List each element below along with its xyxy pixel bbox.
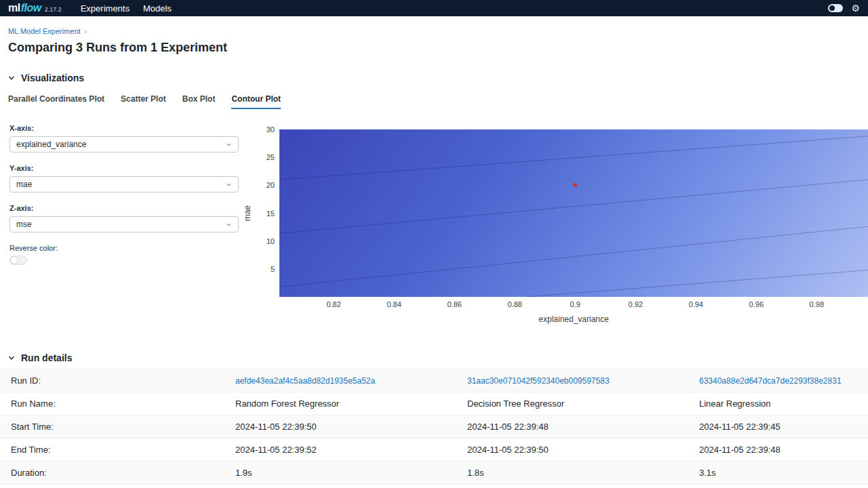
theme-toggle[interactable] <box>828 4 843 12</box>
start-time-value: 2024-11-05 22:39:48 <box>467 422 699 432</box>
run-id-link[interactable]: aefde43ea2af4c5aa8d82d1935e5a52a <box>235 376 375 386</box>
row-label: Start Time: <box>0 422 235 432</box>
start-time-value: 2024-11-05 22:39:45 <box>699 422 868 432</box>
table-row-end-time: End Time: 2024-11-05 22:39:52 2024-11-05… <box>0 439 868 462</box>
version-label: 2.17.2 <box>45 6 62 13</box>
chevron-down-icon <box>8 75 15 81</box>
tab-box-plot[interactable]: Box Plot <box>182 94 216 109</box>
run-name-value: Random Forest Regressor <box>235 399 467 409</box>
axis-controls: X-axis: explained_variance Y-axis: mae <box>9 116 239 324</box>
top-navbar: ml flow 2.17.2 Experiments Models ⚙ <box>0 0 868 16</box>
duration-value: 1.8s <box>467 468 699 478</box>
run-data-point[interactable] <box>573 183 577 187</box>
y-axis-select[interactable]: mae <box>9 176 239 192</box>
duration-value: 1.9s <box>235 468 467 478</box>
x-axis-selected-value: explained_variance <box>16 140 86 149</box>
plot-type-tabs: Parallel Coordinates Plot Scatter Plot B… <box>8 94 868 109</box>
logo-ml: ml <box>8 2 20 14</box>
x-axis-title: explained_variance <box>279 314 868 324</box>
breadcrumb-separator: › <box>85 27 87 35</box>
end-time-value: 2024-11-05 22:39:50 <box>467 445 699 455</box>
x-tick-label: 0.86 <box>447 300 461 308</box>
nav-item-models[interactable]: Models <box>143 3 172 14</box>
x-tick-label: 0.94 <box>689 300 703 308</box>
table-row-run-name: Run Name: Random Forest Regressor Decisi… <box>0 392 868 415</box>
x-axis-label: X-axis: <box>9 124 239 132</box>
run-details-section-header[interactable]: Run details <box>8 352 868 363</box>
tab-parallel-coordinates-plot[interactable]: Parallel Coordinates Plot <box>8 94 104 109</box>
x-tick-label: 0.9 <box>570 300 580 308</box>
row-label: End Time: <box>0 445 235 455</box>
table-row-start-time: Start Time: 2024-11-05 22:39:50 2024-11-… <box>0 415 868 439</box>
chevron-down-icon <box>226 182 232 188</box>
chevron-down-icon <box>8 354 15 361</box>
run-name-value: Decision Tree Regressor <box>467 399 699 409</box>
row-label: Run Name: <box>0 399 235 409</box>
contour-plot-area: mae 30252015105 0.820.840.860.880.90.920… <box>239 129 868 324</box>
x-axis-select[interactable]: explained_variance <box>9 136 239 152</box>
chevron-down-icon <box>226 142 232 148</box>
reverse-color-label: Reverse color: <box>9 244 239 252</box>
x-tick-label: 0.96 <box>749 300 764 308</box>
z-axis-label: Z-axis: <box>9 204 239 212</box>
row-label: Duration: <box>0 468 235 478</box>
y-axis-label: Y-axis: <box>9 164 239 172</box>
y-tick-label: 15 <box>267 209 275 218</box>
y-tick-label: 10 <box>267 237 275 245</box>
run-id-link[interactable]: 63340a88e2d647dca7de2293f38e2831 <box>699 376 842 386</box>
x-tick-label: 0.82 <box>326 300 340 308</box>
gear-icon[interactable]: ⚙ <box>851 3 860 13</box>
run-name-value: Linear Regression <box>699 399 868 409</box>
x-tick-label: 0.88 <box>507 300 521 308</box>
chevron-down-icon <box>226 222 232 228</box>
end-time-value: 2024-11-05 22:39:52 <box>235 445 467 455</box>
x-tick-label: 0.98 <box>810 300 824 308</box>
end-time-value: 2024-11-05 22:39:48 <box>699 445 868 455</box>
z-axis-select[interactable]: mse <box>9 216 239 232</box>
z-axis-selected-value: mse <box>16 220 32 229</box>
table-row-run-id: Run ID: aefde43ea2af4c5aa8d82d1935e5a52a… <box>0 369 868 392</box>
mlflow-logo[interactable]: ml flow 2.17.2 <box>8 2 62 14</box>
y-tick-label: 30 <box>267 125 275 134</box>
tab-scatter-plot[interactable]: Scatter Plot <box>121 94 166 109</box>
y-tick-label: 5 <box>271 265 275 273</box>
y-tick-col: 30252015105 <box>256 129 279 297</box>
x-tick-row: 0.820.840.860.880.90.920.940.960.98 <box>279 297 868 310</box>
contour-lines <box>279 129 868 297</box>
duration-value: 3.1s <box>699 468 868 478</box>
start-time-value: 2024-11-05 22:39:50 <box>235 422 467 432</box>
reverse-color-toggle[interactable] <box>9 256 27 265</box>
breadcrumb-experiment-link[interactable]: ML Model Experiment <box>8 27 81 35</box>
row-label: Run ID: <box>0 375 235 386</box>
y-axis-title: mae <box>243 205 252 221</box>
x-tick-label: 0.92 <box>629 300 643 308</box>
x-tick-label: 0.84 <box>387 300 401 308</box>
run-id-link[interactable]: 31aac30e071042f592340eb009597583 <box>467 376 610 386</box>
y-axis-selected-value: mae <box>16 180 32 189</box>
y-tick-label: 25 <box>267 153 275 161</box>
contour-plot[interactable] <box>279 129 868 297</box>
logo-flow: flow <box>21 2 41 14</box>
tab-contour-plot[interactable]: Contour Plot <box>231 94 281 109</box>
breadcrumb: ML Model Experiment › <box>8 27 868 35</box>
page-title: Comparing 3 Runs from 1 Experiment <box>8 41 868 55</box>
y-tick-label: 20 <box>267 181 275 189</box>
nav-item-experiments[interactable]: Experiments <box>81 3 130 14</box>
run-details-section-title: Run details <box>21 352 72 363</box>
table-row-duration: Duration: 1.9s 1.8s 3.1s <box>0 462 868 485</box>
visualizations-section-header[interactable]: Visualizations <box>8 73 868 83</box>
run-details-table: Run ID: aefde43ea2af4c5aa8d82d1935e5a52a… <box>0 369 868 485</box>
visualizations-section-title: Visualizations <box>21 73 84 83</box>
